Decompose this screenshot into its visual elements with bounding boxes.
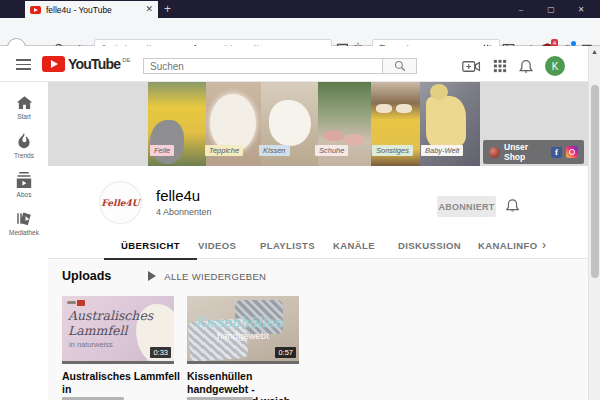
channel-header: Felle4U felle4u 4 Abonnenten ABONNIERT	[48, 166, 588, 233]
video-thumbnail-2[interactable]: Kissenhüllen handgewebt 0:57	[187, 296, 299, 364]
upload-video-icon[interactable]	[462, 60, 481, 73]
channel-bell-icon[interactable]	[506, 198, 519, 213]
scrollbar-thumb[interactable]	[591, 85, 599, 278]
thumbnail-overlay-text: Lammfell	[68, 323, 127, 338]
shop-link-box[interactable]: Unser Shop f	[483, 140, 584, 164]
notification-dot	[571, 41, 576, 46]
thumbnail-overlay-text: Australisches	[68, 308, 153, 323]
youtube-search-bar[interactable]	[143, 58, 383, 74]
subscriber-count: 4 Abonnenten	[156, 207, 212, 217]
video-duration-badge: 0:57	[275, 347, 296, 358]
tab-uebersicht[interactable]: ÜBERSICHT	[104, 240, 197, 260]
apps-grid-icon[interactable]	[493, 59, 507, 73]
tab-title: felle4u - YouTube	[46, 5, 141, 15]
video-duration-badge: 0:33	[150, 347, 171, 358]
video-title-1[interactable]: Australisches Lammfell innaturweiss	[62, 370, 182, 400]
channel-name: felle4u	[156, 187, 200, 204]
tab-kanaele[interactable]: KANÄLE	[333, 240, 375, 251]
thumbnail-overlay-subtext: in naturweiss	[69, 340, 113, 349]
youtube-header: YouTube DE K	[0, 46, 588, 82]
tab-close-icon[interactable]: ✕	[145, 5, 153, 14]
channel-tabstrip: ÜBERSICHT VIDEOS PLAYLISTS KANÄLE DISKUS…	[48, 233, 588, 259]
thumbnail-overlay-text: handgewebt	[217, 330, 269, 341]
watch-progress-bar	[62, 361, 174, 364]
browser-tab[interactable]: felle4u - YouTube ✕	[25, 1, 158, 18]
shop-link-label: Unser Shop	[504, 142, 547, 162]
tab-kanalinfo[interactable]: KANALINFO	[478, 240, 538, 251]
banner-label-sonstiges: Sonstiges	[372, 145, 413, 156]
navigation-toolbar: ← → ⟳ ⌂ https://www.youtube.com/channel/…	[0, 18, 600, 46]
youtube-header-icons: K	[462, 56, 565, 76]
banner-label-teppiche: Teppiche	[205, 145, 243, 156]
new-tab-button[interactable]: +	[164, 2, 171, 16]
scrollbar-up-arrow-icon[interactable]: ▲	[591, 48, 598, 55]
guide-hamburger-icon[interactable]	[16, 59, 31, 70]
banner-label-felle: Felle	[150, 145, 174, 156]
flame-icon	[17, 133, 31, 149]
shop-logo-icon	[489, 147, 500, 158]
youtube-logo[interactable]: YouTube DE	[42, 56, 131, 72]
youtube-sidebar: Start Trends Abos Mediathek	[0, 82, 48, 400]
tabs-more-chevron-icon[interactable]: ›	[542, 238, 546, 252]
minimize-button[interactable]: –	[506, 0, 536, 18]
uploads-header-row: Uploads ALLE WIEDERGEBEN	[62, 269, 266, 283]
channel-avatar[interactable]: Felle4U	[100, 182, 141, 223]
tab-videos[interactable]: VIDEOS	[198, 240, 236, 251]
titlebar: felle4u - YouTube ✕ + – ▢ ✕	[0, 0, 600, 18]
video-title-2[interactable]: Kissenhüllen handgewebt -Flauschig und w…	[187, 370, 307, 400]
instagram-icon[interactable]	[566, 146, 578, 158]
banner-label-kissen: Kissen	[259, 145, 290, 156]
channel-banner: Felle Teppiche Kissen Schuhe Sonstiges B…	[48, 82, 588, 166]
youtube-search-button[interactable]	[383, 58, 417, 74]
youtube-search-input[interactable]	[150, 61, 376, 72]
sidebar-item-trends[interactable]: Trends	[0, 133, 48, 159]
sidebar-label: Start	[17, 113, 31, 120]
banner-label-babywelt: Baby-Welt	[421, 145, 463, 156]
play-all-icon[interactable]	[148, 271, 156, 281]
user-avatar[interactable]: K	[545, 56, 565, 76]
search-icon	[394, 60, 406, 72]
thumbnail-brand-logo	[67, 300, 85, 306]
tab-diskussion[interactable]: DISKUSSION	[398, 240, 461, 251]
subscriptions-icon	[16, 172, 32, 188]
youtube-play-icon	[42, 56, 65, 72]
facebook-icon[interactable]: f	[551, 147, 562, 158]
video-title-line: Kissenhüllen handgewebt -	[187, 370, 255, 395]
watch-progress-bar	[187, 361, 299, 364]
window-controls: – ▢ ✕	[506, 0, 596, 18]
thumbnail-overlay-text: Kissenhüllen	[195, 314, 283, 330]
uploads-title: Uploads	[62, 269, 111, 283]
video-thumbnail-1[interactable]: Australisches Lammfell in naturweiss 0:3…	[62, 296, 174, 364]
uploads-section: Uploads ALLE WIEDERGEBEN Australisches L…	[48, 260, 588, 400]
maximize-button[interactable]: ▢	[536, 0, 566, 18]
sidebar-item-mediathek[interactable]: Mediathek	[0, 211, 48, 236]
library-video-icon	[16, 211, 32, 226]
tab-playlists[interactable]: PLAYLISTS	[260, 240, 315, 251]
subscribed-button[interactable]: ABONNIERT	[437, 196, 496, 217]
play-all-label[interactable]: ALLE WIEDERGEBEN	[164, 271, 266, 282]
sidebar-item-start[interactable]: Start	[0, 95, 48, 120]
youtube-wordmark: YouTube	[68, 56, 120, 72]
home-icon	[16, 95, 33, 110]
banner-label-schuhe: Schuhe	[315, 145, 348, 156]
close-button[interactable]: ✕	[566, 0, 596, 18]
sidebar-label: Mediathek	[9, 229, 39, 236]
browser-window: felle4u - YouTube ✕ + – ▢ ✕ ← → ⟳ ⌂ http…	[0, 0, 600, 400]
sidebar-label: Abos	[17, 191, 32, 198]
sidebar-label: Trends	[14, 152, 34, 159]
page-scrollbar[interactable]: ▲	[588, 46, 600, 400]
youtube-favicon-icon	[30, 6, 41, 14]
notifications-bell-icon[interactable]	[519, 59, 533, 74]
channel-avatar-text: Felle4U	[101, 198, 139, 208]
sidebar-item-abos[interactable]: Abos	[0, 172, 48, 198]
video-title-line: Australisches Lammfell in	[62, 370, 180, 395]
youtube-region-label: DE	[122, 57, 130, 63]
